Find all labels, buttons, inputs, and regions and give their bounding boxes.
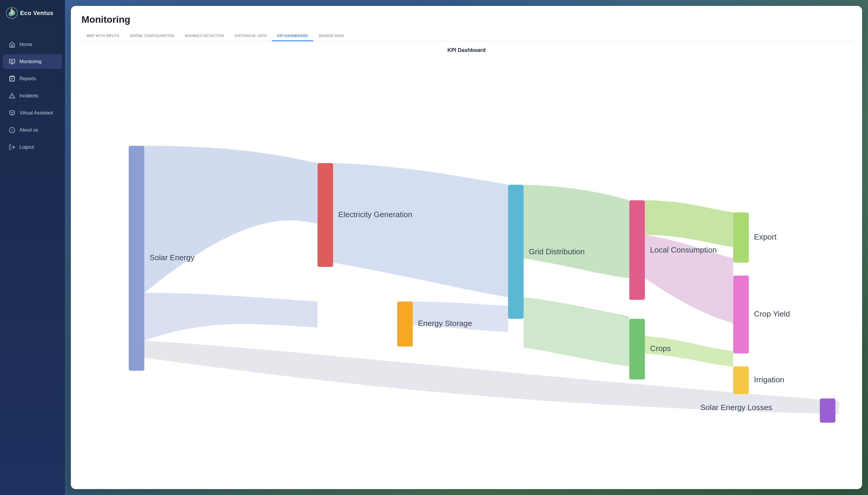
logout-icon: [9, 144, 15, 151]
sidebar-item-virtual-assistant[interactable]: Virtual Assistant: [3, 106, 62, 120]
tab-historical[interactable]: HISTORICAL DATA: [229, 31, 272, 41]
content-card: Monitoring MAP WITH INPUTS DRONE CONFIGU…: [71, 6, 862, 489]
reports-icon: [9, 75, 15, 82]
flow-grid-local: [524, 185, 629, 278]
node-electricity: [317, 163, 333, 267]
label-storage: Energy Storage: [418, 319, 472, 328]
sidebar-item-reports[interactable]: Reports: [3, 71, 62, 86]
nav-items: Home Monitoring Reports: [0, 25, 65, 495]
tab-anomaly[interactable]: ANOMALY DETECTION: [180, 31, 229, 41]
sidebar-item-logout[interactable]: Logout: [3, 140, 62, 155]
node-export: [733, 212, 749, 262]
sidebar-item-home-label: Home: [19, 42, 32, 47]
svg-point-6: [13, 113, 13, 113]
sidebar-item-reports-label: Reports: [19, 76, 36, 81]
svg-rect-4: [10, 111, 15, 115]
assistant-icon: [9, 110, 15, 116]
label-crops: Crops: [650, 344, 671, 353]
node-local: [629, 200, 645, 300]
label-solar: Solar Energy: [149, 253, 195, 262]
label-cropyield: Crop Yield: [754, 309, 790, 318]
node-solar: [129, 146, 144, 371]
label-irrigation: Irrigation: [754, 375, 784, 384]
tab-drone-config[interactable]: DRONE CONFIGURATION: [125, 31, 180, 41]
sidebar-item-home[interactable]: Home: [3, 37, 62, 52]
card-body: KPI Dashboard: [71, 41, 862, 489]
node-cropyield: [733, 275, 749, 354]
logo-icon: [6, 7, 18, 19]
sidebar-item-monitoring-label: Monitoring: [19, 59, 42, 64]
home-icon: [9, 41, 15, 48]
card-header: Monitoring MAP WITH INPUTS DRONE CONFIGU…: [71, 6, 862, 41]
chart-title: KPI Dashboard: [447, 47, 485, 53]
sidebar: Eco Ventus Home Monitoring: [0, 0, 65, 495]
monitoring-icon: [9, 58, 15, 65]
label-grid: Grid Distribution: [529, 247, 585, 256]
node-storage: [397, 302, 413, 347]
flow-grid-crops: [524, 297, 629, 367]
incidents-icon: [9, 92, 15, 99]
main-content: Monitoring MAP WITH INPUTS DRONE CONFIGU…: [65, 0, 868, 495]
label-local: Local Consumption: [650, 245, 717, 254]
sidebar-item-incidents[interactable]: Incidents: [3, 88, 62, 103]
label-electricity: Electricity Generation: [338, 210, 412, 219]
svg-rect-2: [10, 59, 15, 63]
sidebar-item-logout-label: Logout: [19, 144, 34, 150]
node-grid: [508, 185, 524, 319]
sankey-svg: Solar Energy Electricity Generation Ener…: [77, 59, 856, 483]
node-irrigation: [733, 366, 749, 394]
page-title: Monitoring: [81, 14, 851, 25]
label-export: Export: [754, 233, 777, 241]
tab-kpi[interactable]: KPI DASHBOARD: [272, 31, 313, 41]
tab-map-inputs[interactable]: MAP WITH INPUTS: [81, 31, 125, 41]
node-losses: [820, 398, 836, 423]
label-losses: Solar Energy Losses: [700, 403, 772, 412]
tab-bar: MAP WITH INPUTS DRONE CONFIGURATION ANOM…: [81, 31, 851, 41]
sankey-diagram: Solar Energy Electricity Generation Ener…: [77, 59, 856, 483]
logo-text: Eco Ventus: [20, 10, 53, 17]
svg-point-5: [11, 113, 12, 113]
svg-point-1: [11, 8, 13, 10]
flow-electricity-grid: [333, 163, 508, 297]
flow-solar-storage: [144, 293, 318, 340]
svg-rect-3: [10, 76, 15, 81]
sidebar-item-about-us[interactable]: About us: [3, 123, 62, 137]
node-crops: [629, 319, 645, 379]
sidebar-item-monitoring[interactable]: Monitoring: [3, 54, 62, 69]
logo-area: Eco Ventus: [0, 0, 65, 25]
flow-solar-electricity: [144, 146, 318, 293]
sidebar-item-about-us-label: About us: [19, 127, 38, 133]
sidebar-item-virtual-assistant-label: Virtual Assistant: [19, 110, 53, 116]
tab-sensor[interactable]: SENSOR DATA: [313, 31, 349, 41]
about-icon: [9, 127, 15, 133]
sidebar-item-incidents-label: Incidents: [19, 93, 38, 99]
